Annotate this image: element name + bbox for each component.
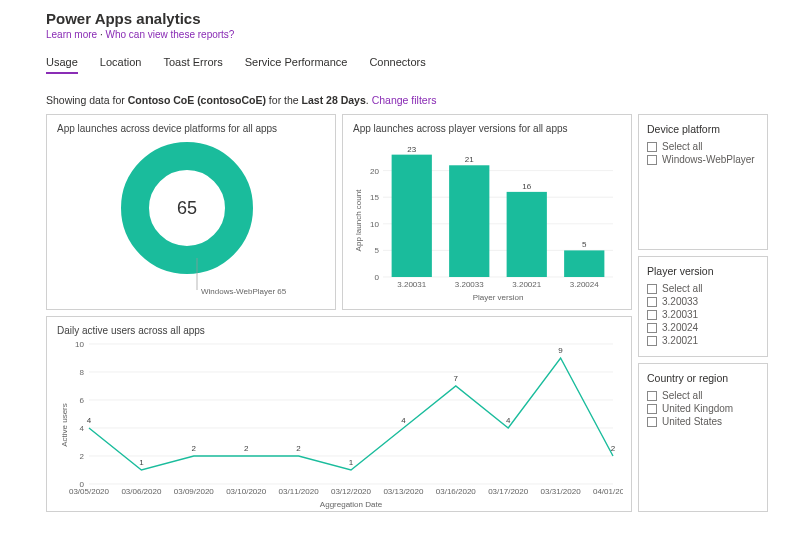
checkbox-label: 3.20031 — [662, 309, 698, 320]
svg-text:1: 1 — [349, 458, 354, 467]
checkbox-icon — [647, 310, 657, 320]
checkbox-label: Select all — [662, 283, 703, 294]
svg-text:03/12/2020: 03/12/2020 — [331, 487, 372, 496]
svg-rect-13 — [392, 155, 432, 277]
tab-usage[interactable]: Usage — [46, 56, 78, 74]
svg-text:1: 1 — [139, 458, 144, 467]
svg-text:03/31/2020: 03/31/2020 — [541, 487, 582, 496]
tab-toast-errors[interactable]: Toast Errors — [163, 56, 222, 72]
svg-text:6: 6 — [80, 396, 85, 405]
tab-service-performance[interactable]: Service Performance — [245, 56, 348, 72]
checkbox-label: United Kingdom — [662, 403, 733, 414]
subtitle-links: Learn more · Who can view these reports? — [46, 29, 788, 40]
svg-text:03/05/2020: 03/05/2020 — [69, 487, 110, 496]
checkbox-icon — [647, 297, 657, 307]
learn-more-link[interactable]: Learn more — [46, 29, 97, 40]
filter-summary: Showing data for Contoso CoE (contosoCoE… — [46, 94, 788, 106]
country-filter-option[interactable]: Select all — [647, 390, 759, 401]
svg-text:2: 2 — [192, 444, 197, 453]
country-filter-option[interactable]: United Kingdom — [647, 403, 759, 414]
country-filter-option[interactable]: United States — [647, 416, 759, 427]
checkbox-icon — [647, 336, 657, 346]
player-filter-option[interactable]: 3.20033 — [647, 296, 759, 307]
checkbox-icon — [647, 142, 657, 152]
bar-card-title: App launches across player versions for … — [353, 123, 621, 134]
checkbox-label: 3.20033 — [662, 296, 698, 307]
player-filter-option[interactable]: Select all — [647, 283, 759, 294]
checkbox-icon — [647, 391, 657, 401]
svg-text:3.20024: 3.20024 — [570, 280, 599, 289]
svg-text:20: 20 — [370, 167, 379, 176]
svg-text:03/09/2020: 03/09/2020 — [174, 487, 215, 496]
donut-legend: Windows-WebPlayer 65 — [201, 287, 287, 296]
svg-text:03/16/2020: 03/16/2020 — [436, 487, 477, 496]
svg-text:03/06/2020: 03/06/2020 — [121, 487, 162, 496]
svg-text:23: 23 — [407, 145, 416, 154]
svg-text:8: 8 — [80, 368, 85, 377]
svg-text:2: 2 — [611, 444, 616, 453]
player-filter-option[interactable]: 3.20031 — [647, 309, 759, 320]
svg-text:2: 2 — [296, 444, 301, 453]
player-filter-title: Player version — [647, 265, 759, 277]
who-can-view-link[interactable]: Who can view these reports? — [105, 29, 234, 40]
svg-text:App launch count: App launch count — [354, 189, 363, 252]
tab-location[interactable]: Location — [100, 56, 142, 72]
change-filters-link[interactable]: Change filters — [372, 94, 437, 106]
checkbox-label: Select all — [662, 390, 703, 401]
page-title: Power Apps analytics — [46, 10, 788, 27]
device-filter-option[interactable]: Select all — [647, 141, 759, 152]
checkbox-label: United States — [662, 416, 722, 427]
svg-text:Aggregation Date: Aggregation Date — [320, 500, 383, 509]
device-filter-card: Device platform Select allWindows-WebPla… — [638, 114, 768, 250]
svg-text:16: 16 — [522, 182, 531, 191]
player-filter-card: Player version Select all3.200333.200313… — [638, 256, 768, 357]
svg-rect-19 — [507, 192, 547, 277]
checkbox-label: Select all — [662, 141, 703, 152]
svg-text:4: 4 — [506, 416, 511, 425]
svg-text:03/17/2020: 03/17/2020 — [488, 487, 529, 496]
checkbox-label: Windows-WebPlayer — [662, 154, 755, 165]
svg-text:4: 4 — [87, 416, 92, 425]
checkbox-label: 3.20024 — [662, 322, 698, 333]
tab-connectors[interactable]: Connectors — [369, 56, 425, 72]
svg-text:7: 7 — [454, 374, 459, 383]
bar-chart: 05101520App launch count233.20031213.200… — [353, 138, 621, 303]
checkbox-icon — [647, 284, 657, 294]
tabs: UsageLocationToast ErrorsService Perform… — [46, 56, 788, 74]
svg-text:2: 2 — [80, 452, 85, 461]
player-filter-option[interactable]: 3.20024 — [647, 322, 759, 333]
svg-text:3.20031: 3.20031 — [397, 280, 426, 289]
svg-text:21: 21 — [465, 155, 474, 164]
svg-text:10: 10 — [370, 220, 379, 229]
player-filter-option[interactable]: 3.20021 — [647, 335, 759, 346]
device-filter-option[interactable]: Windows-WebPlayer — [647, 154, 759, 165]
checkbox-icon — [647, 323, 657, 333]
line-chart: 0246810Active users403/05/2020103/06/202… — [57, 340, 623, 510]
checkbox-icon — [647, 155, 657, 165]
svg-text:3.20033: 3.20033 — [455, 280, 484, 289]
svg-rect-16 — [449, 165, 489, 277]
donut-card-title: App launches across device platforms for… — [57, 123, 325, 134]
svg-text:15: 15 — [370, 193, 379, 202]
bar-card: App launches across player versions for … — [342, 114, 632, 310]
svg-text:2: 2 — [244, 444, 249, 453]
svg-text:03/13/2020: 03/13/2020 — [383, 487, 424, 496]
donut-center-value: 65 — [177, 198, 197, 218]
svg-text:5: 5 — [582, 240, 587, 249]
line-card: Daily active users across all apps 02468… — [46, 316, 632, 512]
svg-text:Active users: Active users — [60, 403, 69, 447]
svg-text:3.20021: 3.20021 — [512, 280, 541, 289]
checkbox-icon — [647, 417, 657, 427]
country-filter-title: Country or region — [647, 372, 759, 384]
svg-text:10: 10 — [75, 340, 84, 349]
country-filter-card: Country or region Select allUnited Kingd… — [638, 363, 768, 512]
svg-rect-22 — [564, 250, 604, 277]
svg-text:Player version: Player version — [473, 293, 524, 302]
svg-text:0: 0 — [375, 273, 380, 282]
donut-card: App launches across device platforms for… — [46, 114, 336, 310]
svg-text:03/11/2020: 03/11/2020 — [279, 487, 320, 496]
svg-text:9: 9 — [558, 346, 563, 355]
donut-chart: 65 Windows-WebPlayer 65 — [57, 138, 325, 303]
svg-text:03/10/2020: 03/10/2020 — [226, 487, 267, 496]
svg-text:4: 4 — [401, 416, 406, 425]
